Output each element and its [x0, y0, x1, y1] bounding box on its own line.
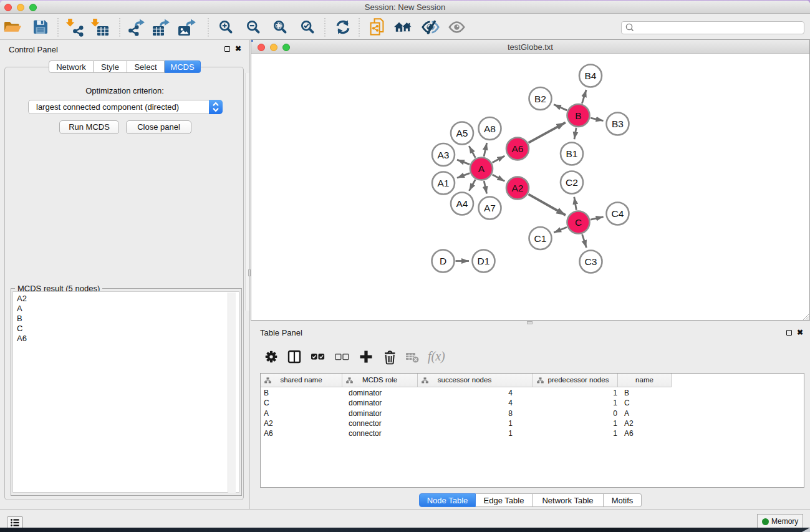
svg-text:B: B — [575, 110, 581, 121]
svg-text:D1: D1 — [478, 256, 490, 266]
svg-text:C: C — [575, 217, 582, 228]
svg-text:A: A — [478, 163, 485, 174]
svg-text:C4: C4 — [612, 208, 624, 219]
svg-text:A8: A8 — [484, 123, 496, 134]
svg-text:B3: B3 — [612, 118, 624, 129]
svg-text:C3: C3 — [585, 256, 597, 267]
svg-text:B2: B2 — [534, 94, 546, 104]
svg-text:C2: C2 — [566, 177, 578, 188]
svg-text:D: D — [440, 256, 446, 266]
svg-text:C1: C1 — [534, 233, 547, 244]
svg-text:A6: A6 — [512, 143, 524, 154]
svg-text:B1: B1 — [566, 148, 578, 159]
svg-text:A5: A5 — [456, 128, 468, 138]
svg-text:A1: A1 — [438, 178, 450, 188]
svg-text:A7: A7 — [484, 203, 496, 213]
svg-text:A2: A2 — [512, 183, 524, 193]
svg-text:A4: A4 — [456, 198, 468, 209]
svg-text:A3: A3 — [438, 150, 450, 160]
svg-text:B4: B4 — [585, 70, 597, 81]
